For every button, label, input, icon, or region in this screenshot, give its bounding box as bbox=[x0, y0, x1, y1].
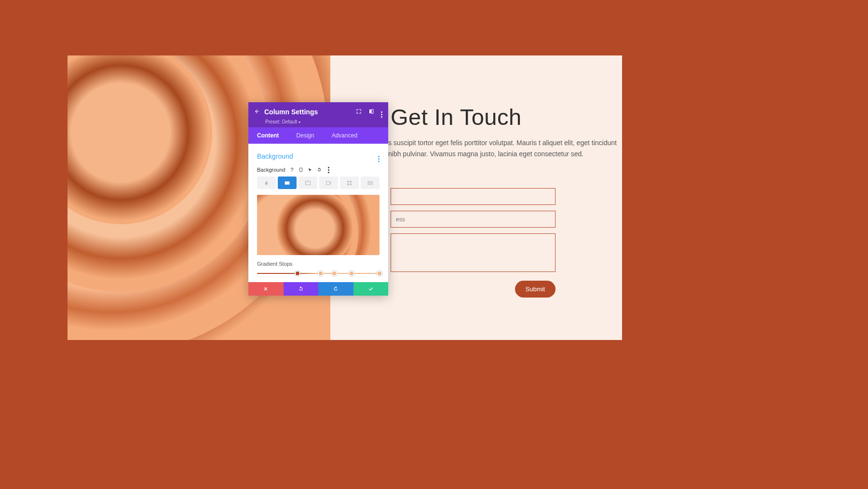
tab-design[interactable]: Design bbox=[287, 127, 323, 144]
save-button[interactable] bbox=[353, 282, 389, 296]
hover-icon[interactable] bbox=[308, 167, 313, 173]
expand-icon[interactable] bbox=[356, 108, 362, 116]
email-field[interactable]: ess bbox=[391, 211, 556, 228]
bg-type-image[interactable] bbox=[298, 177, 317, 189]
snap-icon[interactable] bbox=[368, 108, 374, 116]
page-title: Get In Touch bbox=[391, 104, 612, 130]
svg-rect-0 bbox=[369, 109, 371, 113]
gradient-stop[interactable] bbox=[349, 271, 354, 276]
modal-body: Background Background ? Gradient Stops bbox=[248, 144, 388, 282]
gradient-preview bbox=[257, 195, 380, 255]
gradient-stop[interactable] bbox=[377, 271, 382, 276]
message-field[interactable] bbox=[391, 233, 556, 272]
section-title[interactable]: Background bbox=[257, 152, 293, 160]
field-more-icon[interactable] bbox=[326, 167, 331, 173]
gradient-stop[interactable] bbox=[331, 271, 337, 276]
modal-tabs: Content Design Advanced bbox=[248, 127, 388, 144]
svg-rect-1 bbox=[372, 109, 374, 113]
section-more-icon[interactable] bbox=[378, 150, 380, 162]
svg-rect-2 bbox=[300, 168, 302, 172]
help-icon[interactable]: ? bbox=[289, 167, 295, 173]
contact-form: ess Submit bbox=[391, 188, 612, 272]
name-field[interactable] bbox=[391, 188, 556, 205]
svg-point-5 bbox=[307, 182, 308, 183]
bg-type-mask[interactable] bbox=[361, 177, 380, 189]
svg-rect-3 bbox=[285, 181, 290, 185]
gradient-stop[interactable] bbox=[295, 271, 300, 276]
tablet-icon[interactable] bbox=[298, 167, 304, 173]
svg-rect-9 bbox=[347, 183, 349, 185]
column-settings-modal: Column Settings Preset: Default ▾ Conten… bbox=[248, 102, 388, 296]
preset-label[interactable]: Preset: Default ▾ bbox=[265, 119, 382, 124]
modal-title: Column Settings bbox=[264, 108, 318, 116]
gradient-stop[interactable] bbox=[318, 271, 324, 276]
bg-type-pattern[interactable] bbox=[340, 177, 359, 189]
field-label: Background bbox=[257, 167, 285, 173]
bg-type-video[interactable] bbox=[319, 177, 338, 189]
tab-content[interactable]: Content bbox=[248, 127, 287, 144]
background-field-row: Background ? bbox=[257, 167, 380, 173]
bg-type-color[interactable] bbox=[257, 177, 276, 189]
back-icon[interactable] bbox=[254, 108, 260, 116]
bg-type-selector bbox=[257, 177, 380, 189]
gradient-stops-label: Gradient Stops bbox=[257, 261, 380, 267]
right-column: Get In Touch s suscipit tortor eget feli… bbox=[391, 104, 612, 298]
cancel-button[interactable] bbox=[248, 282, 284, 296]
tab-advanced[interactable]: Advanced bbox=[323, 127, 366, 144]
body-text: s suscipit tortor eget felis porttitor v… bbox=[388, 137, 622, 160]
svg-rect-6 bbox=[326, 181, 330, 185]
reset-icon[interactable] bbox=[317, 167, 322, 173]
submit-button[interactable]: Submit bbox=[515, 281, 556, 298]
redo-button[interactable] bbox=[318, 282, 353, 296]
bg-type-gradient[interactable] bbox=[278, 177, 297, 189]
more-icon[interactable] bbox=[381, 106, 382, 118]
modal-footer bbox=[248, 282, 388, 296]
svg-rect-10 bbox=[350, 183, 352, 185]
gradient-stops-track[interactable] bbox=[257, 271, 380, 276]
svg-rect-4 bbox=[306, 181, 311, 185]
undo-button[interactable] bbox=[284, 282, 319, 296]
svg-rect-7 bbox=[347, 181, 349, 182]
svg-rect-8 bbox=[350, 181, 352, 182]
modal-header: Column Settings Preset: Default ▾ bbox=[248, 102, 388, 127]
